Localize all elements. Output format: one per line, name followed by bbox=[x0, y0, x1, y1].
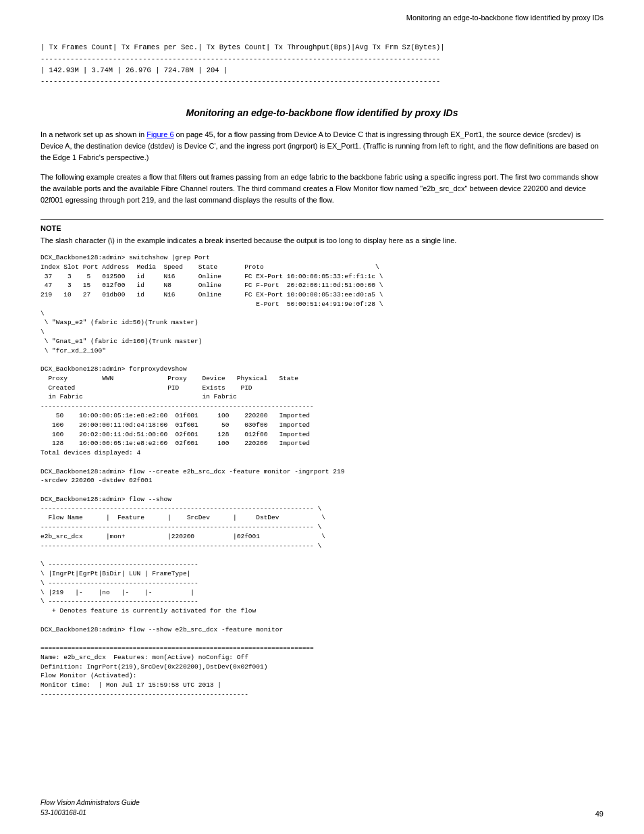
note-text: The slash character (\) in the example i… bbox=[41, 235, 603, 246]
note-label: NOTE bbox=[41, 224, 603, 232]
footer-doc-number: 53-1003168-01 bbox=[41, 808, 140, 818]
code-block: DCX_Backbone128:admin> switchshow |grep … bbox=[41, 253, 603, 700]
paragraph-2-text: The following example creates a flow tha… bbox=[41, 173, 598, 204]
table-row-data: | 142.93M | 3.74M | 26.97G | 724.78M | 2… bbox=[41, 65, 603, 76]
stats-table: | Tx Frames Count| Tx Frames per Sec.| T… bbox=[41, 42, 603, 87]
figure-link[interactable]: Figure 6 bbox=[146, 130, 173, 138]
page: Monitoring an edge-to-backbone flow iden… bbox=[0, 0, 644, 834]
table-row-header: | Tx Frames Count| Tx Frames per Sec.| T… bbox=[41, 42, 603, 53]
section-heading: Monitoring an edge-to-backbone flow iden… bbox=[41, 107, 603, 118]
paragraph-2: The following example creates a flow tha… bbox=[41, 172, 603, 206]
header-title-text: Monitoring an edge-to-backbone flow iden… bbox=[406, 14, 603, 22]
footer-page-number: 49 bbox=[595, 810, 603, 818]
table-divider-bottom: ----------------------------------------… bbox=[41, 76, 603, 87]
header-title: Monitoring an edge-to-backbone flow iden… bbox=[41, 14, 603, 22]
page-footer: Flow Vision Administrators Guide 53-1003… bbox=[41, 798, 603, 818]
table-divider-top: ----------------------------------------… bbox=[41, 53, 603, 65]
section-title-text: Monitoring an edge-to-backbone flow iden… bbox=[186, 107, 458, 118]
paragraph-1: In a network set up as shown in Figure 6… bbox=[41, 129, 603, 163]
note-box: NOTE The slash character (\) in the exam… bbox=[41, 219, 603, 246]
footer-guide-title: Flow Vision Administrators Guide bbox=[41, 798, 140, 808]
footer-left: Flow Vision Administrators Guide 53-1003… bbox=[41, 798, 140, 818]
